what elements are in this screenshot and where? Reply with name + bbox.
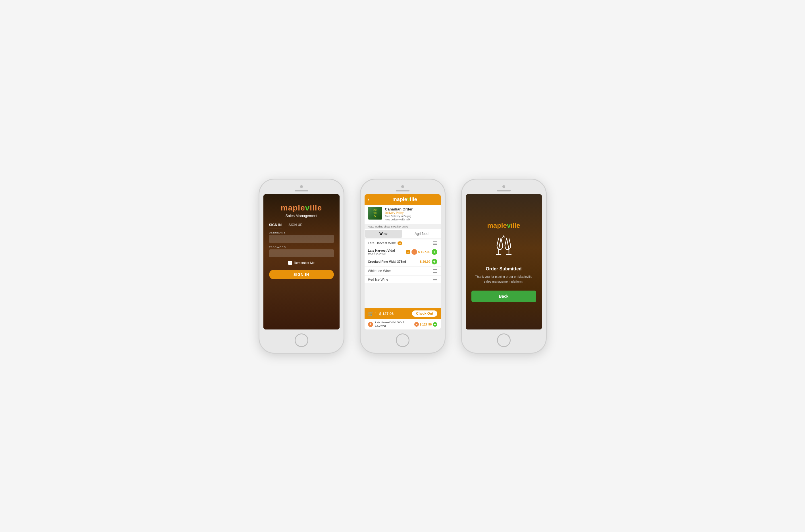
crooked-pine-price: $ 26.99 <box>420 260 430 263</box>
tabs-row: Wine Agri-food <box>364 229 441 238</box>
product-late-harvest-info: Late Harvest Vidal 500ml 14.0%vol <box>368 249 406 255</box>
screen3-content: mapleville <box>466 216 542 308</box>
phone3-speaker <box>497 190 511 191</box>
checkout-button[interactable]: Check Out <box>412 310 437 317</box>
cart-item-name: Late Harvest Vidal 500ml14.0%vol <box>375 321 412 327</box>
cart-ctrl: − $ 127.96 + <box>414 322 437 327</box>
phone2-screen: ‹ mapleville 20105 Canadian Order Delive… <box>364 194 441 329</box>
cart-icon: 🛒 <box>368 311 374 317</box>
phone1-top <box>295 185 308 191</box>
category-white-ice: White Ice Wine <box>364 267 441 275</box>
back-arrow-icon[interactable]: ‹ <box>368 197 369 202</box>
cart-item-name-text: Late Harvest Vidal 500ml14.0%vol <box>375 321 404 327</box>
cart-detail-bar: 4 Late Harvest Vidal 500ml14.0%vol − $ 1… <box>364 319 441 329</box>
late-harvest-label: Late Harvest Wine <box>368 241 396 245</box>
late-harvest-menu-icon[interactable] <box>433 242 437 245</box>
signin-button[interactable]: SIGN IN <box>269 270 334 279</box>
phone1-screen: mapleville Sales Management SIGN IN SIGN… <box>263 194 340 329</box>
red-ice-menu-icon[interactable] <box>433 278 437 281</box>
cart-item-badge: 4 <box>368 322 373 327</box>
password-input[interactable] <box>269 249 334 257</box>
phone3-top <box>497 185 511 191</box>
late-harvest-minus-btn[interactable]: − <box>411 249 417 255</box>
late-harvest-badge: 4 <box>397 242 402 245</box>
cart-plus-btn[interactable]: + <box>433 322 437 327</box>
late-harvest-price-ctrl: − $ 127.96 + <box>411 249 437 255</box>
logo-ille: ille <box>310 203 322 212</box>
category-white-ice-name: White Ice Wine <box>368 269 391 273</box>
delivery-line2: Free delivery with milk <box>385 218 437 222</box>
wine-glasses-icon <box>492 235 515 262</box>
crooked-pine-plus-btn[interactable]: + <box>432 259 437 264</box>
logo2-aple: aple <box>397 196 407 202</box>
phone1-camera <box>300 185 303 188</box>
phone2-home-button[interactable] <box>396 334 410 347</box>
order-thumbnail: 20105 <box>368 207 382 220</box>
order-info-row: 20105 Canadian Order Delivery Policy Fre… <box>364 205 441 224</box>
category-late-harvest-name: Late Harvest Wine 4 <box>368 241 402 245</box>
remember-me-row: ✓ Remember Me <box>288 261 315 265</box>
screen2: ‹ mapleville 20105 Canadian Order Delive… <box>364 194 441 329</box>
sales-mgmt-label: Sales Management <box>285 214 317 218</box>
money-visual: 20105 <box>373 208 376 218</box>
screen1: mapleville Sales Management SIGN IN SIGN… <box>263 194 340 329</box>
screen2-header: ‹ mapleville <box>364 194 441 205</box>
product-late-harvest-sub: 500ml 14.0%vol <box>368 252 406 255</box>
remember-checkbox[interactable]: ✓ <box>288 261 292 265</box>
delivery-line1: Free Delivery in Beijing <box>385 214 437 218</box>
phone1-bottom <box>295 334 308 347</box>
password-label: PASSWORD <box>269 246 334 249</box>
cart-count: 4 <box>375 312 376 315</box>
delivery-label: Delivery Policy <box>385 211 437 214</box>
tab-agrifood[interactable]: Agri-food <box>403 230 440 238</box>
phone3-home-button[interactable] <box>497 334 511 347</box>
submitted-title: Order Submitted <box>486 266 521 271</box>
product-crooked-pine: Crooked Pine Vidal 375ml $ 26.99 + <box>364 257 441 266</box>
crooked-pine-price-ctrl: $ 26.99 + <box>420 259 437 264</box>
order-title: Canadian Order <box>385 207 437 211</box>
back-button[interactable]: Back <box>471 290 536 302</box>
category-red-ice-name: Red Ice Wine <box>368 278 389 282</box>
tab-wine[interactable]: Wine <box>365 230 402 238</box>
wine-glasses-svg <box>492 235 515 258</box>
note-bar: Note: Trading show in Halifax on Ap <box>364 224 441 229</box>
cart-total: $ 127.96 <box>379 311 394 316</box>
logo-m: m <box>281 203 288 212</box>
cart-minus-btn[interactable]: − <box>414 322 419 327</box>
phone3-shell: mapleville <box>462 179 546 353</box>
signin-tab-signin[interactable]: SIGN IN <box>269 223 282 228</box>
scene: mapleville Sales Management SIGN IN SIGN… <box>242 163 563 370</box>
phone3-bottom <box>497 334 511 347</box>
red-ice-label: Red Ice Wine <box>368 278 389 282</box>
phone3-screen: mapleville <box>466 194 542 329</box>
late-harvest-qty: 4 <box>406 250 410 254</box>
white-ice-menu-icon[interactable] <box>433 269 437 273</box>
username-label: USERNAME <box>269 231 334 234</box>
signin-tab-signup[interactable]: SIGN UP <box>288 223 302 228</box>
product-late-harvest-name: Late Harvest Vidal <box>368 249 406 252</box>
password-field-wrap: PASSWORD <box>269 246 334 257</box>
phone2-speaker <box>396 190 410 191</box>
phone2-bottom <box>396 334 410 347</box>
phone2-shell: ‹ mapleville 20105 Canadian Order Delive… <box>361 179 445 353</box>
signin-tabs: SIGN IN SIGN UP <box>269 223 334 228</box>
phone1-logo: mapleville <box>281 203 322 212</box>
product-crooked-pine-info: Crooked Pine Vidal 375ml <box>368 260 420 263</box>
phone1-shell: mapleville Sales Management SIGN IN SIGN… <box>259 179 343 353</box>
remember-me-label: Remember Me <box>294 261 315 264</box>
product-list: Late Harvest Wine 4 Late Harvest Vidal 5… <box>364 238 441 308</box>
phone3-camera <box>502 185 505 188</box>
cart-icon-wrap: 🛒 4 <box>368 311 376 317</box>
phone2-camera <box>401 185 404 188</box>
late-harvest-price: $ 127.96 <box>418 250 430 254</box>
username-input[interactable] <box>269 235 334 243</box>
phone1-home-button[interactable] <box>295 334 308 347</box>
logo-v: v <box>305 203 310 212</box>
category-late-harvest: Late Harvest Wine 4 <box>364 240 441 247</box>
logo2-ille: ille <box>410 196 417 202</box>
category-red-ice: Red Ice Wine <box>364 276 441 283</box>
order-details: Canadian Order Delivery Policy Free Deli… <box>385 207 437 222</box>
screen3: mapleville <box>466 194 542 329</box>
logo2-m: m <box>392 196 397 202</box>
late-harvest-plus-btn[interactable]: + <box>432 249 437 255</box>
